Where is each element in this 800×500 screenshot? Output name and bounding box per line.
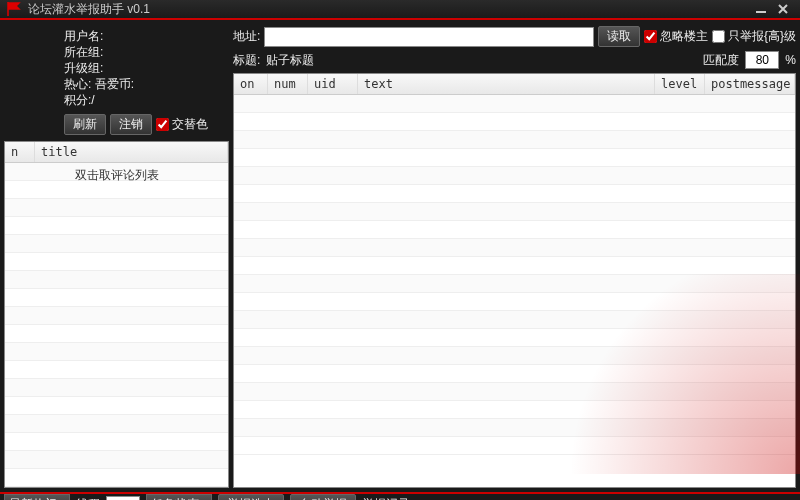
username-label: 用户名: <box>64 29 103 43</box>
ignore-op-label: 忽略楼主 <box>660 28 708 45</box>
minimize-button[interactable] <box>750 0 772 18</box>
table-row[interactable] <box>234 329 795 347</box>
table-row[interactable] <box>5 217 228 235</box>
score-label: 积分: <box>64 93 91 107</box>
table-row[interactable] <box>5 397 228 415</box>
match-input[interactable] <box>745 51 779 69</box>
table-row[interactable] <box>5 271 228 289</box>
ignore-op-input[interactable] <box>644 30 657 43</box>
table-row[interactable] <box>234 275 795 293</box>
table-row[interactable] <box>5 379 228 397</box>
col-uid[interactable]: uid <box>308 74 358 94</box>
subject-label: 标题: <box>233 52 260 69</box>
thread-label: 线程 <box>76 496 100 500</box>
table-row[interactable] <box>5 289 228 307</box>
ignore-op-checkbox[interactable]: 忽略楼主 <box>644 28 708 45</box>
col-level[interactable]: level <box>655 74 705 94</box>
svg-rect-0 <box>756 11 766 13</box>
group-label: 所在组: <box>64 45 103 59</box>
refresh-button[interactable]: 刷新 <box>64 114 106 135</box>
read-button[interactable]: 读取 <box>598 26 640 47</box>
flag-icon <box>6 1 22 17</box>
col-n[interactable]: n <box>5 142 35 162</box>
col-on[interactable]: on <box>234 74 268 94</box>
hot-dropdown[interactable]: 最新热门 ▾ <box>4 494 70 500</box>
footer: 最新热门 ▾ 线程 任务状态 ▾ 举报选中 自动举报 举报记录:0 XIAORE… <box>0 492 800 500</box>
table-row[interactable] <box>234 113 795 131</box>
task-status-label: 任务状态 <box>151 496 199 500</box>
only-high-input[interactable] <box>712 30 725 43</box>
table-row[interactable] <box>234 437 795 455</box>
address-input[interactable] <box>264 27 594 47</box>
alt-color-input[interactable] <box>156 118 169 131</box>
window-title: 论坛灌水举报助手 v0.1 <box>28 1 750 18</box>
table-row[interactable] <box>5 415 228 433</box>
col-title[interactable]: title <box>35 142 228 162</box>
task-status-dropdown[interactable]: 任务状态 ▾ <box>146 494 212 500</box>
table-row[interactable] <box>5 361 228 379</box>
titlebar[interactable]: 论坛灌水举报助手 v0.1 <box>0 0 800 20</box>
table-row[interactable] <box>234 221 795 239</box>
table-row[interactable] <box>5 199 228 217</box>
only-high-checkbox[interactable]: 只举报{高}级 <box>712 28 796 45</box>
user-info: 用户名: 所在组: 升级组: 热心: 吾爱币: 积分:/ <box>4 24 229 110</box>
match-pct: % <box>785 53 796 67</box>
table-row[interactable] <box>234 131 795 149</box>
right-grid[interactable]: on num uid text level postmessage <box>233 73 796 488</box>
address-label: 地址: <box>233 28 260 45</box>
alt-color-label: 交替色 <box>172 116 208 133</box>
subject-row: 标题: 贴子标题 匹配度 % <box>233 51 796 71</box>
right-grid-body[interactable] <box>234 95 795 487</box>
table-row[interactable] <box>5 235 228 253</box>
score-sep: / <box>91 93 94 107</box>
table-row[interactable] <box>234 311 795 329</box>
thread-input[interactable] <box>106 496 140 501</box>
table-row[interactable] <box>234 203 795 221</box>
left-grid[interactable]: n title 双击取评论列表 <box>4 141 229 488</box>
match-label: 匹配度 <box>703 52 739 69</box>
table-row[interactable] <box>234 383 795 401</box>
table-row[interactable] <box>234 293 795 311</box>
col-postmessage[interactable]: postmessage <box>705 74 795 94</box>
table-row[interactable] <box>234 95 795 113</box>
coin-label: 吾爱币: <box>95 77 134 91</box>
table-row[interactable] <box>234 185 795 203</box>
table-row[interactable] <box>234 365 795 383</box>
col-num[interactable]: num <box>268 74 308 94</box>
table-row[interactable] <box>5 325 228 343</box>
table-row[interactable] <box>5 343 228 361</box>
left-grid-hint: 双击取评论列表 <box>75 167 159 184</box>
subject-value: 贴子标题 <box>266 52 314 69</box>
table-row[interactable] <box>5 253 228 271</box>
table-row[interactable] <box>5 469 228 487</box>
upgrade-label: 升级组: <box>64 61 103 75</box>
record-label: 举报记录: <box>362 496 413 500</box>
auto-report-button[interactable]: 自动举报 <box>290 494 356 500</box>
right-panel: 地址: 读取 忽略楼主 只举报{高}级 标题: 贴子标题 匹配度 % <box>233 24 796 488</box>
hot-dropdown-label: 最新热门 <box>9 496 57 500</box>
table-row[interactable] <box>234 347 795 365</box>
hot-label: 热心: <box>64 77 91 91</box>
report-selected-button[interactable]: 举报选中 <box>218 494 284 500</box>
table-row[interactable] <box>234 239 795 257</box>
table-row[interactable] <box>5 433 228 451</box>
table-row[interactable] <box>5 307 228 325</box>
close-button[interactable] <box>772 0 794 18</box>
table-row[interactable] <box>234 401 795 419</box>
address-row: 地址: 读取 忽略楼主 只举报{高}级 <box>233 24 796 49</box>
table-row[interactable] <box>234 167 795 185</box>
table-row[interactable] <box>5 451 228 469</box>
alt-color-checkbox[interactable]: 交替色 <box>156 116 208 133</box>
left-grid-body[interactable]: 双击取评论列表 <box>5 163 228 487</box>
left-panel: 用户名: 所在组: 升级组: 热心: 吾爱币: 积分:/ 刷新 注销 交替色 n… <box>4 24 229 488</box>
user-buttons: 刷新 注销 交替色 <box>4 112 229 139</box>
table-row[interactable] <box>234 257 795 275</box>
table-row[interactable] <box>234 419 795 437</box>
body: 用户名: 所在组: 升级组: 热心: 吾爱币: 积分:/ 刷新 注销 交替色 n… <box>0 20 800 492</box>
table-row[interactable] <box>234 149 795 167</box>
left-grid-header: n title <box>5 142 228 163</box>
right-grid-header: on num uid text level postmessage <box>234 74 795 95</box>
col-text[interactable]: text <box>358 74 655 94</box>
logout-button[interactable]: 注销 <box>110 114 152 135</box>
app-window: 论坛灌水举报助手 v0.1 用户名: 所在组: 升级组: 热心: 吾爱币: 积分… <box>0 0 800 500</box>
